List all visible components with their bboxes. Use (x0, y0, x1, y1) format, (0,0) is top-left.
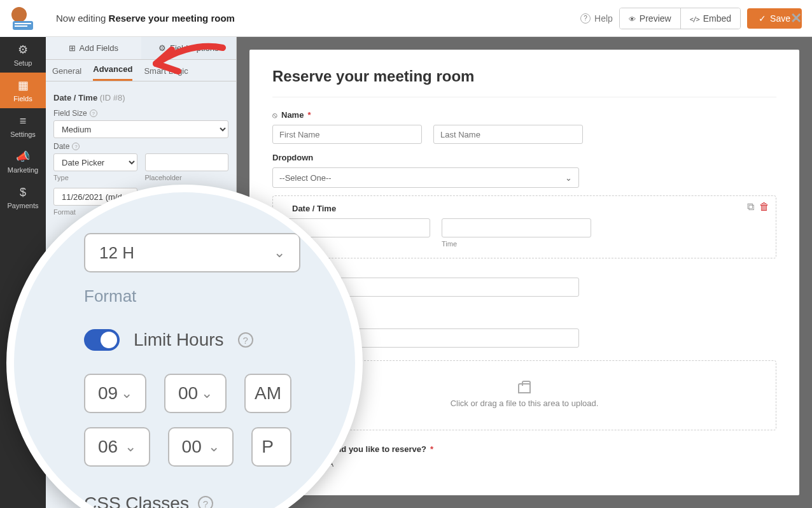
start-hour-select[interactable]: 09⌄ (84, 374, 146, 413)
preview-embed-group: Preview Embed (619, 8, 741, 29)
tab-add-fields[interactable]: ⊞Add Fields (46, 37, 141, 59)
date-placeholder-input[interactable] (145, 153, 229, 171)
date-type-select[interactable]: Date Picker (53, 153, 137, 171)
help-link[interactable]: Help (580, 13, 613, 24)
check-icon (759, 13, 766, 24)
nav-fields[interactable]: ▦Fields (0, 73, 46, 108)
now-editing-label: Now editing Reserve your meeting room (56, 13, 235, 24)
chevron-down-icon: ⌄ (274, 244, 285, 261)
settings-icon: ⚙ (158, 43, 166, 53)
subtab-smart-logic[interactable]: Smart Logic (144, 66, 188, 81)
chevron-down-icon: ⌄ (201, 385, 213, 402)
end-hour-select[interactable]: 06⌄ (84, 427, 150, 467)
sliders-icon: ≡ (20, 115, 27, 128)
dollar-icon: $ (20, 186, 26, 199)
limit-hours-label: Limit Hours (134, 330, 224, 350)
nav-payments[interactable]: $Payments (0, 180, 46, 215)
svg-rect-3 (15, 25, 27, 27)
name-label: ⦸Name * (272, 110, 776, 120)
preview-button[interactable]: Preview (620, 8, 681, 29)
top-bar: Now editing Reserve your meeting room He… (46, 0, 812, 37)
upload-text: Click or drag a file to this area to upl… (451, 399, 599, 408)
subtab-advanced[interactable]: Advanced (93, 64, 132, 81)
nav-marketing[interactable]: 📣Marketing (0, 144, 46, 180)
add-field-icon: ⊞ (69, 43, 76, 53)
end-ampm-select[interactable]: P (251, 427, 291, 467)
time-input[interactable] (442, 218, 591, 237)
close-button[interactable]: ✕ (790, 10, 802, 27)
chevron-down-icon: ⌄ (208, 439, 220, 455)
chevron-down-icon: ⌄ (121, 385, 132, 402)
date-label: Date? (53, 142, 228, 151)
datetime-label: Date / Time (281, 204, 768, 213)
format-label: Format (84, 286, 291, 306)
last-name-input[interactable] (433, 125, 583, 144)
help-icon[interactable]: ? (198, 496, 213, 508)
time-format-select[interactable]: 12 H⌄ (84, 233, 300, 272)
start-minute-select[interactable]: 00⌄ (164, 374, 227, 413)
duplicate-icon[interactable]: ⧉ (747, 201, 754, 213)
help-icon[interactable]: ? (90, 109, 97, 117)
help-icon[interactable]: ? (72, 143, 80, 150)
inbox-icon (518, 383, 531, 393)
delete-icon[interactable]: 🗑 (759, 201, 769, 213)
datetime-field-block[interactable]: ⧉ 🗑 Date / Time Time (272, 195, 776, 258)
radio-option-a[interactable]: Room A (272, 459, 776, 469)
chevron-down-icon: ⌄ (565, 173, 572, 183)
date-placeholder-label: Placeholder (145, 174, 229, 181)
help-icon[interactable]: ? (238, 332, 253, 348)
field-size-select[interactable]: Medium (53, 120, 228, 138)
svg-rect-2 (15, 23, 31, 24)
room-question-label: Which room would you like to reserve? * (272, 444, 776, 454)
gear-icon: ⚙ (18, 43, 28, 57)
time-sublabel: Time (442, 240, 591, 248)
nav-settings[interactable]: ≡Settings (0, 108, 46, 144)
dropdown-select[interactable]: --Select One--⌄ (272, 167, 579, 188)
field-size-label: Field Size? (53, 109, 228, 118)
form-title: Reserve your meeting room (272, 67, 776, 85)
css-classes-label: CSS Classes? (84, 493, 291, 508)
form-name: Reserve your meeting room (109, 13, 235, 24)
app-logo (8, 6, 38, 31)
megaphone-icon: 📣 (16, 150, 30, 164)
dropdown-label: Dropdown (272, 153, 776, 162)
date-type-label: Type (53, 174, 137, 181)
start-ampm-select[interactable]: AM (244, 374, 291, 413)
chevron-down-icon: ⌄ (125, 439, 136, 455)
embed-button[interactable]: Embed (681, 8, 740, 29)
eye-icon (629, 13, 636, 24)
grid-icon: ▦ (18, 78, 29, 92)
nav-setup[interactable]: ⚙Setup (0, 37, 46, 73)
now-editing-prefix: Now editing (56, 13, 109, 24)
limit-hours-toggle[interactable] (84, 329, 120, 351)
tab-field-options[interactable]: ⚙Field Options (141, 37, 237, 59)
field-header: Date / Time (ID #8) (53, 93, 228, 102)
code-icon (690, 13, 699, 24)
hidden-icon: ⦸ (272, 111, 277, 120)
end-minute-select[interactable]: 00⌄ (168, 427, 234, 467)
svg-point-0 (11, 7, 27, 22)
subtab-general[interactable]: General (52, 66, 81, 81)
first-name-input[interactable] (272, 125, 422, 144)
